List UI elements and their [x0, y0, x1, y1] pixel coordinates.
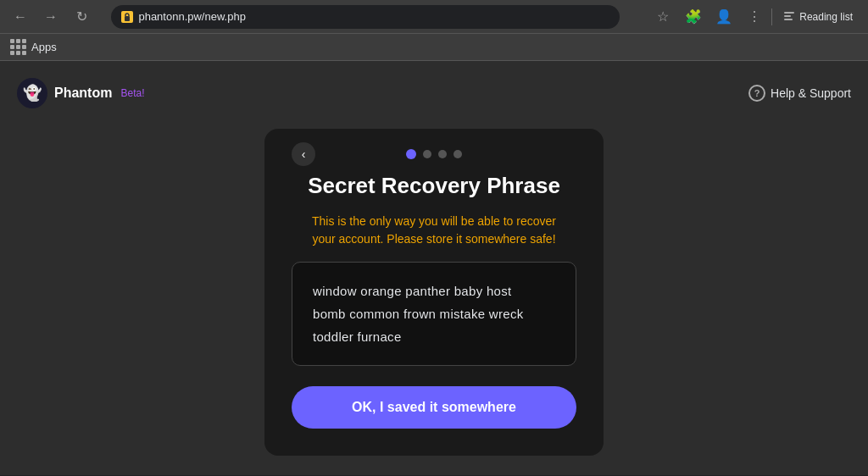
menu-button[interactable]: ⋮: [741, 3, 768, 30]
reading-list-icon: [782, 10, 796, 24]
toolbar-right: ☆ 🧩 👤 ⋮ Reading list: [649, 3, 860, 30]
help-icon: ?: [748, 85, 765, 102]
svg-rect-1: [784, 12, 794, 14]
card-title: Secret Recovery Phrase: [308, 173, 560, 199]
page-header: 👻 Phantom Beta! ? Help & Support: [17, 78, 851, 108]
stepper: ‹: [292, 149, 576, 159]
stepper-dot-4: [453, 150, 462, 158]
phrase-line-3: toddler furnace: [313, 325, 555, 348]
stepper-dot-2: [423, 150, 431, 158]
reading-list-button[interactable]: Reading list: [776, 7, 860, 27]
apps-grid-icon: [10, 39, 26, 55]
refresh-button[interactable]: ↻: [70, 5, 93, 29]
star-button[interactable]: ☆: [649, 3, 676, 30]
phantom-name: Phantom: [54, 86, 112, 101]
stepper-back-button[interactable]: ‹: [292, 142, 315, 166]
phantom-icon: 👻: [17, 78, 47, 108]
ok-button[interactable]: OK, I saved it somewhere: [292, 386, 576, 429]
help-support-button[interactable]: ? Help & Support: [748, 85, 851, 102]
phrase-line-2: bomb common frown mistake wreck: [313, 302, 555, 325]
reading-list-label: Reading list: [799, 11, 853, 23]
browser-chrome: ← → ↻ phantonn.pw/new.php ☆ 🧩 👤 ⋮: [0, 0, 868, 61]
apps-label: Apps: [31, 41, 57, 53]
stepper-dot-3: [438, 150, 447, 158]
url-text: phantonn.pw/new.php: [138, 10, 609, 23]
card-subtitle: This is the only way you will be able to…: [312, 213, 556, 248]
extensions-button[interactable]: 🧩: [680, 3, 707, 30]
address-bar[interactable]: phantonn.pw/new.php: [111, 5, 620, 29]
svg-rect-2: [784, 15, 791, 17]
separator: [771, 8, 772, 25]
phantom-badge: Beta!: [120, 87, 144, 99]
phrase-line-1: window orange panther baby host: [313, 280, 555, 302]
bookmarks-bar: Apps: [0, 34, 868, 61]
back-button[interactable]: ←: [8, 5, 32, 29]
main-card: ‹ Secret Recovery Phrase This is the onl…: [264, 129, 604, 456]
browser-toolbar: ← → ↻ phantonn.pw/new.php ☆ 🧩 👤 ⋮: [0, 0, 868, 34]
forward-button[interactable]: →: [39, 5, 63, 29]
svg-rect-0: [125, 16, 130, 21]
lock-icon: [121, 11, 133, 23]
phrase-box: window orange panther baby host bomb com…: [292, 262, 576, 366]
svg-rect-3: [784, 19, 793, 20]
phantom-logo: 👻 Phantom Beta!: [17, 78, 144, 108]
apps-button[interactable]: Apps: [10, 39, 57, 55]
profile-button[interactable]: 👤: [710, 3, 737, 30]
stepper-dot-1: [406, 149, 416, 159]
help-support-label: Help & Support: [771, 86, 851, 100]
page-content: 👻 Phantom Beta! ? Help & Support ‹ Secre…: [0, 61, 868, 475]
